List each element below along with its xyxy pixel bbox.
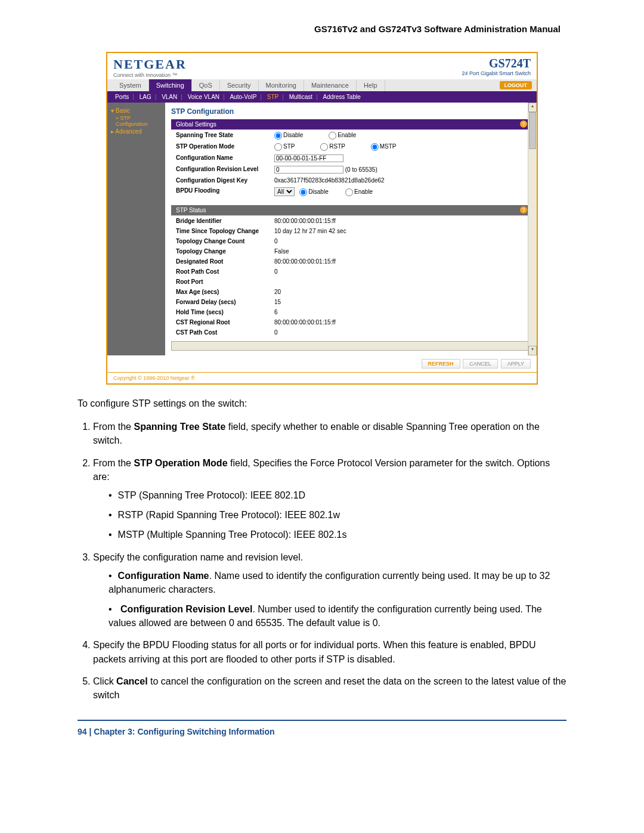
radio-bpdu-enable[interactable] (345, 188, 353, 196)
help-icon[interactable]: ? (520, 206, 527, 213)
model-subtitle: 24 Port Gigabit Smart Switch (462, 70, 531, 76)
sidebar-item-basic[interactable]: ▾ Basic (111, 106, 162, 115)
subsection-status: STP Status? (171, 205, 531, 216)
sidebar-item-advanced[interactable]: ▸ Advanced (111, 127, 162, 136)
input-revision[interactable] (274, 166, 343, 174)
status-value: 10 day 12 hr 27 min 42 sec (274, 228, 526, 234)
scroll-down-icon[interactable]: ▾ (528, 346, 537, 355)
step-2: From the STP Operation Mode field, Speci… (93, 456, 566, 542)
status-value: 15 (274, 299, 526, 305)
subtab-autovoip[interactable]: Auto-VoIP (230, 94, 256, 100)
doc-header: GS716Tv2 and GS724Tv3 Software Administr… (30, 24, 614, 34)
label-revision: Configuration Revision Level (176, 166, 274, 174)
vertical-scrollbar[interactable]: ▴ ▾ (528, 103, 537, 355)
step-3-bullet-2: Configuration Revision Level. Number use… (109, 602, 566, 630)
subtab-lag[interactable]: LAG (140, 94, 151, 100)
status-label: Max Age (secs) (176, 289, 274, 295)
scroll-up-icon[interactable]: ▴ (528, 103, 537, 112)
status-label: Root Port (176, 278, 274, 285)
status-label: Hold Time (secs) (176, 309, 274, 315)
top-tabs: System Switching QoS Security Monitoring… (107, 79, 537, 91)
subtab-ports[interactable]: Ports (115, 94, 129, 100)
status-label: CST Regional Root (176, 319, 274, 326)
netgear-logo: NETGEAR (113, 57, 187, 72)
radio-rstp[interactable] (320, 143, 328, 151)
sidebar: ▾ Basic » STP Configuration ▸ Advanced (107, 103, 165, 355)
status-value: 0 (274, 268, 526, 275)
input-config-name[interactable] (274, 154, 343, 162)
label-digest: Configuration Digest Key (176, 177, 274, 184)
sidebar-item-stp[interactable]: » STP (111, 115, 162, 121)
label-spanning-state: Spanning Tree State (176, 132, 274, 140)
status-label: CST Path Cost (176, 329, 274, 336)
tab-system[interactable]: System (112, 79, 149, 91)
status-value: False (274, 248, 526, 255)
tab-maintenance[interactable]: Maintenance (304, 79, 357, 91)
status-value (274, 278, 526, 285)
select-bpdu-port[interactable]: All (274, 187, 295, 196)
sidebar-item-config[interactable]: Configuration (111, 121, 162, 127)
scroll-thumb[interactable] (529, 112, 536, 149)
status-value: 80:00:00:00:00:01:15:ff (274, 218, 526, 224)
logo-subtitle: Connect with Innovation ™ (113, 72, 187, 78)
status-label: Topology Change (176, 248, 274, 255)
instructions-intro: To configure STP settings on the switch: (78, 397, 566, 410)
radio-bpdu-disable[interactable] (299, 188, 307, 196)
radio-disable-sts[interactable] (274, 132, 282, 140)
model-name: GS724T (462, 57, 531, 70)
status-label: Topology Change Count (176, 238, 274, 244)
apply-button[interactable]: APPLY (501, 359, 531, 368)
subtab-voicevlan[interactable]: Voice VLAN (188, 94, 219, 100)
footer-rule (78, 720, 566, 721)
content-pane: STP Configuration Global Settings? Spann… (165, 103, 537, 355)
tab-qos[interactable]: QoS (192, 79, 220, 91)
subtab-vlan[interactable]: VLAN (162, 94, 177, 100)
radio-stp[interactable] (274, 143, 282, 151)
tab-switching[interactable]: Switching (149, 79, 192, 91)
status-label: Bridge Identifier (176, 218, 274, 224)
step-2-bullet-2: RSTP (Rapid Spanning Tree Protocol): IEE… (109, 508, 566, 522)
status-value: 0 (274, 329, 526, 336)
radio-mstp[interactable] (371, 143, 379, 151)
step-4: Specify the BPDU Flooding status for all… (93, 638, 566, 665)
refresh-button[interactable]: REFRESH (422, 359, 460, 368)
step-1: From the Spanning Tree State field, spec… (93, 420, 566, 447)
subsection-global: Global Settings? (171, 119, 531, 130)
sub-tabs: Ports| LAG| VLAN| Voice VLAN| Auto-VoIP|… (107, 91, 537, 103)
label-config-name: Configuration Name (176, 154, 274, 162)
step-2-bullet-3: MSTP (Multiple Spanning Tree Protocol): … (109, 528, 566, 541)
status-label: Forward Delay (secs) (176, 299, 274, 305)
subtab-addresstable[interactable]: Address Table (323, 94, 361, 100)
status-label: Root Path Cost (176, 268, 274, 275)
tab-monitoring[interactable]: Monitoring (259, 79, 304, 91)
cancel-button[interactable]: CANCEL (463, 359, 498, 368)
tab-security[interactable]: Security (220, 79, 259, 91)
status-value: 20 (274, 289, 526, 295)
step-2-bullet-1: STP (Spanning Tree Protocol): IEEE 802.1… (109, 488, 566, 502)
logout-button[interactable]: LOGOUT (500, 81, 532, 89)
action-bar: REFRESH CANCEL APPLY (107, 355, 537, 372)
status-label: Time Since Topology Change (176, 228, 274, 234)
status-value: 80:00:00:00:00:01:15:ff (274, 319, 526, 326)
value-digest: 0xac36177f50283cd4b83821d8ab26de62 (274, 177, 526, 184)
label-bpdu: BPDU Flooding (176, 187, 274, 196)
instructions: To configure STP settings on the switch:… (78, 397, 566, 702)
label-stp-mode: STP Operation Mode (176, 143, 274, 151)
subtab-stp[interactable]: STP (267, 94, 278, 100)
tab-help[interactable]: Help (357, 79, 385, 91)
status-value: 6 (274, 309, 526, 315)
status-label: Designated Root (176, 258, 274, 265)
status-value: 80:00:00:00:00:01:15:ff (274, 258, 526, 265)
help-icon[interactable]: ? (520, 120, 527, 128)
step-5: Click Cancel to cancel the configuration… (93, 674, 566, 702)
step-3: Specify the configuration name and revis… (93, 550, 566, 630)
section-title: STP Configuration (171, 107, 531, 116)
horizontal-scrollbar[interactable] (171, 341, 531, 351)
step-3-bullet-1: Configuration Name. Name used to identif… (109, 569, 566, 596)
revision-hint: (0 to 65535) (345, 166, 377, 173)
page-footer: 94 | Chapter 3: Configuring Switching In… (78, 727, 566, 736)
subtab-multicast[interactable]: Multicast (289, 94, 312, 100)
copyright-text: Copyright © 1996-2010 Netgear ® (107, 372, 537, 383)
radio-enable-sts[interactable] (329, 132, 336, 140)
status-value: 0 (274, 238, 526, 244)
